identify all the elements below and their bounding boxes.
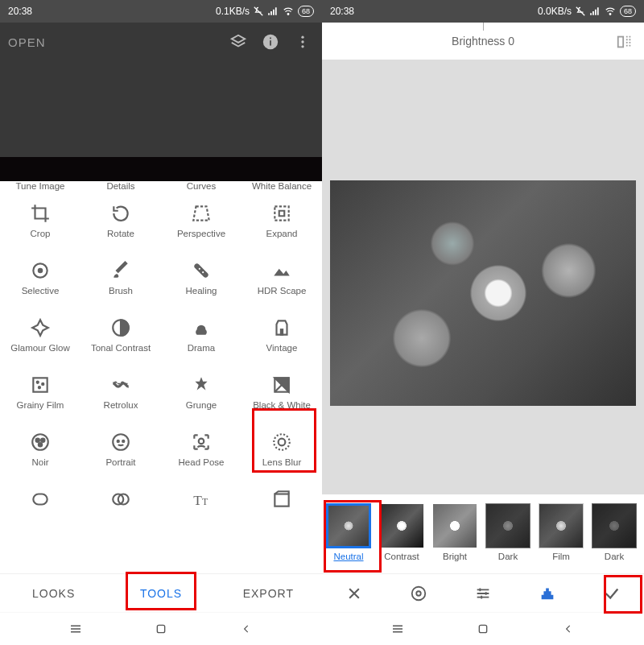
text-icon: TT xyxy=(189,487,213,511)
tool-white-balance[interactable]: White Balance xyxy=(242,181,322,196)
tool-extra-4[interactable] xyxy=(242,482,322,539)
tab-export[interactable]: EXPORT xyxy=(215,574,322,613)
open-button[interactable]: OPEN xyxy=(8,35,46,49)
tool-extra-3[interactable]: TT xyxy=(161,482,242,539)
tool-details[interactable]: Details xyxy=(80,181,161,196)
svg-rect-30 xyxy=(33,494,47,505)
nav-recents[interactable] xyxy=(388,619,407,639)
nav-home[interactable] xyxy=(151,619,171,639)
editor-action-bar xyxy=(322,574,644,613)
preset-film[interactable]: Film xyxy=(538,503,584,561)
adjust-label: Brightness xyxy=(452,35,505,48)
svg-point-4 xyxy=(301,36,303,39)
svg-rect-15 xyxy=(33,378,47,391)
svg-rect-41 xyxy=(479,625,486,632)
svg-point-25 xyxy=(118,440,119,442)
android-nav-bar xyxy=(0,612,322,645)
image-canvas-area[interactable] xyxy=(322,60,644,494)
svg-point-39 xyxy=(412,587,426,601)
more-icon[interactable] xyxy=(291,31,314,53)
preset-thumb xyxy=(539,503,584,548)
status-net: 0.0KB/s xyxy=(538,6,572,17)
tool-noir[interactable]: Noir xyxy=(0,424,80,482)
tool-tune-image[interactable]: Tune Image xyxy=(0,181,80,196)
preset-darker[interactable]: Dark xyxy=(591,503,638,561)
tool-perspective[interactable]: Perspective xyxy=(161,196,242,253)
svg-point-18 xyxy=(39,387,40,388)
svg-point-5 xyxy=(301,40,303,43)
tool-tonal-contrast[interactable]: Tonal Contrast xyxy=(80,310,161,367)
tool-lens-blur[interactable]: Lens Blur xyxy=(242,424,322,482)
info-icon[interactable] xyxy=(259,31,282,53)
mute-icon xyxy=(575,6,586,17)
tool-drama[interactable]: Drama xyxy=(161,310,242,367)
adjust-header[interactable]: Brightness 0 xyxy=(322,23,644,60)
svg-point-17 xyxy=(42,383,43,385)
perspective-icon xyxy=(189,201,213,225)
preset-dark[interactable]: Dark xyxy=(485,503,531,561)
status-net: 0.1KB/s xyxy=(216,6,250,17)
tool-glamour-glow[interactable]: Glamour Glow xyxy=(0,310,80,367)
bw-preset-strip[interactable]: Neutral Contrast Bright Dark Film Dark xyxy=(322,502,644,574)
tool-retrolux[interactable]: Retrolux xyxy=(80,367,161,424)
svg-rect-35 xyxy=(275,494,288,506)
preset-thumb xyxy=(592,503,637,548)
svg-rect-36 xyxy=(157,625,164,632)
wifi-icon xyxy=(604,6,617,17)
histogram-button[interactable] xyxy=(515,574,580,613)
tool-crop[interactable]: Crop xyxy=(0,196,80,253)
tab-tools[interactable]: TOOLS xyxy=(107,574,214,613)
preset-contrast[interactable]: Contrast xyxy=(378,503,425,561)
settings-wheel-button[interactable] xyxy=(386,574,451,613)
nav-home[interactable] xyxy=(473,619,493,639)
brush-icon xyxy=(109,258,133,283)
svg-rect-2 xyxy=(270,40,271,45)
tool-healing[interactable]: Healing xyxy=(161,253,242,310)
layers-icon[interactable] xyxy=(227,31,250,53)
wifi-icon xyxy=(282,6,295,17)
tool-grainy-film[interactable]: Grainy Film xyxy=(0,367,80,424)
svg-point-23 xyxy=(39,443,42,446)
mute-icon xyxy=(253,6,264,17)
app-top-bar: OPEN xyxy=(0,23,322,61)
signal-icon xyxy=(267,6,279,17)
tool-extra-2[interactable] xyxy=(80,482,161,539)
tool-hdr-scape[interactable]: HDR Scape xyxy=(242,253,322,310)
nav-back[interactable] xyxy=(559,619,578,639)
tool-black-white[interactable]: Black & White xyxy=(242,367,322,424)
svg-point-16 xyxy=(37,382,39,383)
tab-looks[interactable]: LOOKS xyxy=(0,574,107,613)
tool-brush[interactable]: Brush xyxy=(80,253,161,310)
status-bar: 20:38 0.0KB/s 68 xyxy=(322,0,644,23)
svg-point-6 xyxy=(301,45,303,48)
cancel-button[interactable] xyxy=(322,574,386,613)
svg-rect-7 xyxy=(275,206,288,220)
tool-expand[interactable]: Expand xyxy=(242,196,322,253)
tool-curves[interactable]: Curves xyxy=(161,181,242,196)
apply-button[interactable] xyxy=(580,574,644,613)
rotate-icon xyxy=(109,201,133,225)
tool-grunge[interactable]: Grunge xyxy=(161,367,242,424)
tool-extra-1[interactable] xyxy=(0,482,80,539)
svg-rect-10 xyxy=(193,263,209,279)
sliders-button[interactable] xyxy=(451,574,515,613)
preset-neutral[interactable]: Neutral xyxy=(325,503,372,561)
hdr-icon xyxy=(270,258,294,283)
svg-point-24 xyxy=(113,434,129,450)
double-exposure-icon xyxy=(109,487,133,511)
tool-rotate[interactable]: Rotate xyxy=(80,196,161,253)
nav-back[interactable] xyxy=(237,619,256,639)
preset-bright[interactable]: Bright xyxy=(431,503,478,561)
tool-head-pose[interactable]: Head Pose xyxy=(161,424,242,482)
tool-vintage[interactable]: Vintage xyxy=(242,310,322,367)
compare-icon[interactable] xyxy=(613,31,636,53)
tool-portrait[interactable]: Portrait xyxy=(80,424,161,482)
tools-panel: Tune Image Details Curves White Balance … xyxy=(0,181,322,574)
svg-point-0 xyxy=(287,14,289,15)
nav-recents[interactable] xyxy=(66,619,85,639)
tool-selective[interactable]: Selective xyxy=(0,253,80,310)
vignette-icon xyxy=(28,487,52,511)
drama-icon xyxy=(189,316,213,340)
svg-point-21 xyxy=(36,439,39,442)
svg-point-22 xyxy=(41,439,44,442)
